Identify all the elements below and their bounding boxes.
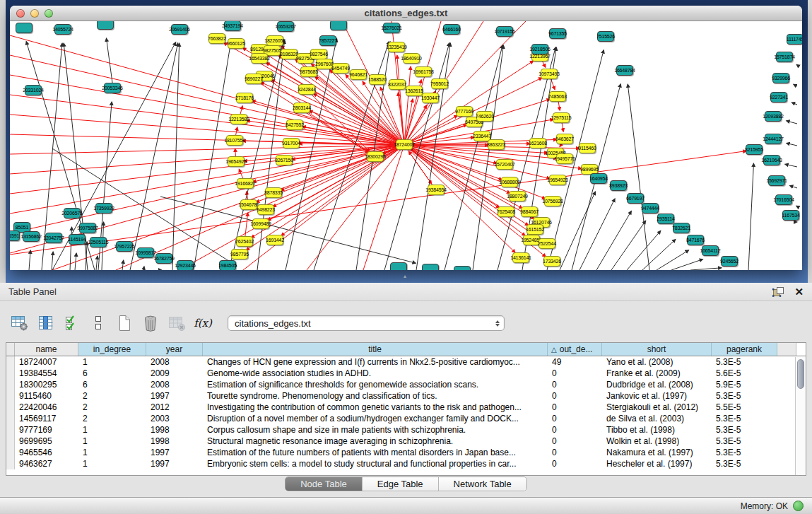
graph-node[interactable]: 8878335: [265, 187, 282, 198]
network-view-window[interactable]: citations_edges.txt 76638229660125891295…: [10, 6, 802, 270]
graph-node[interactable]: 24937194: [224, 21, 241, 31]
graph-node[interactable]: 20691406: [171, 24, 188, 35]
graph-node[interactable]: 1640954: [590, 173, 607, 184]
graph-node[interactable]: 8471676: [687, 235, 704, 245]
table-row[interactable]: 977716911998Corpus callosum shape and si…: [6, 424, 806, 436]
graph-node[interactable]: 9227341: [770, 92, 787, 103]
graph-node[interactable]: 19384554: [428, 185, 445, 195]
graph-node[interactable]: [330, 21, 347, 30]
network-canvas[interactable]: 7663822966012589129541822605898275051654…: [10, 21, 802, 270]
graph-node[interactable]: 9317004: [283, 138, 300, 148]
window-titlebar[interactable]: citations_edges.txt: [10, 6, 802, 21]
graph-node[interactable]: 8186328: [281, 49, 298, 59]
graph-node[interactable]: 1930447: [422, 93, 439, 103]
graph-node[interactable]: 7515526: [597, 31, 614, 42]
graph-node[interactable]: 9857795: [231, 249, 248, 259]
graph-node[interactable]: 15751874: [776, 52, 793, 62]
graph-node[interactable]: 10719155: [496, 26, 513, 37]
function-builder-icon[interactable]: f(x): [193, 313, 213, 333]
graph-node[interactable]: 15692971: [768, 175, 785, 186]
graph-node[interactable]: 7955012: [431, 78, 448, 89]
graph-node[interactable]: 12975115: [553, 112, 570, 123]
table-row[interactable]: 1872400712008Changes of HCN gene express…: [6, 356, 806, 368]
graph-node[interactable]: 9777169: [456, 106, 473, 117]
graph-node[interactable]: 20053346: [104, 83, 121, 93]
table-row[interactable]: 1456911722003Disruption of a novel membe…: [6, 413, 806, 424]
graph-node[interactable]: 99975887: [79, 223, 96, 233]
graph-node[interactable]: 1615152: [526, 224, 543, 235]
graph-node[interactable]: 8863223: [488, 139, 505, 150]
graph-node[interactable]: 10688809: [501, 177, 518, 187]
close-panel-icon[interactable]: ✕: [794, 286, 804, 298]
graph-node[interactable]: 9827546: [310, 49, 327, 59]
graph-node[interactable]: 9660125: [228, 38, 245, 49]
graph-node[interactable]: 15046786: [240, 199, 257, 210]
graph-node[interactable]: 1111745: [787, 34, 802, 45]
graph-node[interactable]: 19654925: [228, 156, 245, 167]
graph-node[interactable]: 1167534: [782, 210, 799, 221]
table-row[interactable]: 969969511998Structural magnetic resonanc…: [6, 436, 806, 447]
deselect-all-icon[interactable]: [88, 313, 108, 333]
vertical-scrollbar[interactable]: [795, 357, 806, 475]
graph-node[interactable]: 2935114: [657, 214, 674, 224]
column-header-short[interactable]: short: [602, 343, 712, 356]
graph-node[interactable]: 7625408: [498, 206, 514, 217]
graph-node[interactable]: 6679197: [627, 193, 644, 204]
graph-node[interactable]: 20206576: [64, 208, 81, 218]
graph-node[interactable]: 10653267: [277, 21, 294, 32]
graph-node[interactable]: 10654112: [702, 245, 719, 256]
graph-node[interactable]: [97, 21, 114, 30]
graph-node[interactable]: 17016504: [775, 194, 792, 205]
table-row[interactable]: 2242004622012Investigating the contribut…: [6, 402, 806, 413]
float-panel-icon[interactable]: [772, 286, 784, 297]
graph-node[interactable]: 20331024: [25, 85, 42, 95]
graph-node[interactable]: 7462620: [476, 111, 493, 122]
graph-node[interactable]: 1691442: [266, 235, 283, 245]
table-row[interactable]: 1830029562008Estimation of significance …: [6, 379, 806, 390]
graph-node[interactable]: 7485063: [549, 91, 566, 102]
delete-entries-icon[interactable]: [141, 313, 160, 333]
graph-node[interactable]: 9245652: [721, 256, 738, 267]
tab-node-table[interactable]: Node Table: [286, 477, 362, 491]
graph-node[interactable]: 18724007: [396, 139, 413, 150]
scrollbar-thumb[interactable]: [797, 359, 804, 389]
graph-node[interactable]: 1621608: [529, 138, 546, 148]
tab-network-table[interactable]: Network Table: [438, 477, 526, 491]
new-table-icon[interactable]: [114, 313, 134, 333]
close-window-button[interactable]: [16, 9, 25, 18]
graph-node[interactable]: 9671355: [549, 28, 566, 39]
graph-node[interactable]: 18640910: [403, 53, 420, 64]
graph-node[interactable]: 16099489: [252, 218, 269, 229]
column-header-pagerank[interactable]: pagerank: [712, 343, 777, 356]
graph-node[interactable]: 1145194: [69, 234, 86, 245]
graph-node[interactable]: 12923446: [177, 260, 194, 270]
graph-node[interactable]: 16648784: [616, 65, 633, 76]
graph-node[interactable]: 15720407: [496, 159, 513, 170]
tab-edge-table[interactable]: Edge Table: [362, 477, 438, 491]
graph-node[interactable]: 18226058: [266, 35, 283, 46]
graph-node[interactable]: 8454749: [332, 63, 349, 74]
graph-node[interactable]: [390, 262, 407, 270]
memory-indicator[interactable]: [793, 501, 804, 511]
graph-node[interactable]: 19654923: [549, 175, 566, 185]
graph-node[interactable]: 9474444: [642, 203, 659, 214]
graph-node[interactable]: 13235419: [388, 42, 405, 52]
graph-node[interactable]: [16, 23, 33, 33]
table-row[interactable]: 1938455462009Genome-wide association stu…: [6, 368, 806, 379]
graph-node[interactable]: 9890227: [245, 74, 262, 84]
graph-node[interactable]: 8267150: [276, 155, 293, 165]
show-column-icon[interactable]: [36, 313, 56, 333]
graph-node[interactable]: 19166827: [237, 178, 254, 189]
graph-node[interactable]: 19495776: [556, 153, 573, 164]
minimize-window-button[interactable]: [30, 9, 39, 18]
graph-node[interactable]: 3242844: [298, 84, 315, 95]
graph-node[interactable]: 9884067: [521, 206, 538, 217]
graph-node[interactable]: 12213583: [230, 114, 247, 124]
column-header-in_degree[interactable]: in_degree: [78, 343, 146, 356]
graph-node[interactable]: 16961758: [415, 66, 432, 77]
graph-node[interactable]: 17957225: [116, 241, 133, 252]
graph-node[interactable]: 9498223: [257, 204, 274, 215]
zoom-window-button[interactable]: [45, 9, 53, 18]
column-header-year[interactable]: year: [146, 343, 203, 356]
graph-node[interactable]: 14055724: [54, 24, 71, 35]
